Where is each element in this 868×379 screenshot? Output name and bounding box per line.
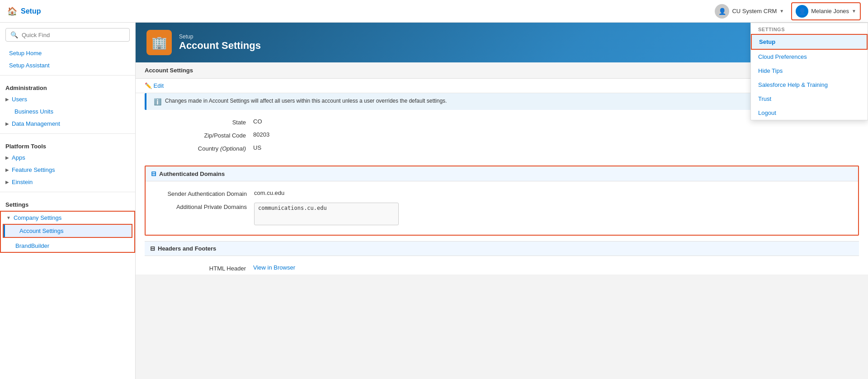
headers-footers-header: ⊟ Headers and Footers: [145, 241, 859, 256]
user-dropdown-menu: SETTINGS Setup Cloud Preferences Hide Ti…: [750, 23, 868, 120]
dropdown-item-logout[interactable]: Logout: [751, 106, 868, 120]
expand-domains-icon[interactable]: ⊟: [151, 170, 156, 177]
home-icon[interactable]: 🏠: [7, 6, 17, 16]
company-settings-wrapper: ▼ Company Settings Account Settings Bran…: [0, 211, 135, 253]
info-message: Changes made in Account Settings will af…: [165, 98, 447, 104]
zip-label: Zip/Postal Code: [145, 131, 253, 139]
edit-link-button[interactable]: ✏️ Edit: [145, 82, 164, 89]
sender-auth-domain-value: com.cu.edu: [254, 190, 284, 196]
state-label: State: [145, 118, 253, 126]
setup-icon-box: 🏢: [146, 30, 172, 55]
sidebar-search-container[interactable]: 🔍: [5, 28, 130, 42]
sidebar-divider-2: [0, 133, 135, 134]
sidebar-label-data-management: Data Management: [12, 120, 60, 127]
sidebar-label-apps: Apps: [12, 154, 25, 161]
user-avatar-icon: 👤: [796, 5, 808, 18]
sidebar-section-platform-tools: Platform Tools: [0, 137, 135, 152]
sidebar-item-setup-home[interactable]: Setup Home: [0, 47, 135, 59]
sender-auth-domain-row: Sender Authentication Domain com.cu.edu: [146, 187, 858, 200]
sidebar-item-setup-assistant[interactable]: Setup Assistant: [0, 59, 135, 71]
feature-settings-expand-icon: ▶: [5, 167, 9, 172]
authenticated-domains-body: Sender Authentication Domain com.cu.edu …: [146, 181, 858, 235]
sidebar-item-brand-builder[interactable]: BrandBuilder: [1, 240, 134, 252]
data-mgmt-expand-icon: ▶: [5, 121, 9, 126]
country-label: Country (Optional): [145, 144, 253, 152]
header-subtitle: Setup: [179, 33, 261, 40]
sidebar-item-company-settings[interactable]: ▼ Company Settings: [1, 212, 134, 224]
search-input[interactable]: [22, 32, 125, 38]
authenticated-domains-header: ⊟ Authenticated Domains: [146, 166, 858, 181]
app-title[interactable]: Setup: [21, 7, 41, 15]
sidebar-label-company-settings: Company Settings: [14, 214, 61, 221]
zip-value: 80203: [253, 131, 269, 138]
sidebar-divider-1: [0, 75, 135, 76]
form-row-country: Country (Optional) US: [145, 142, 859, 155]
additional-private-domains-textarea[interactable]: communications.cu.edu: [254, 203, 399, 225]
sidebar-item-users[interactable]: ▶ Users: [0, 93, 135, 105]
html-header-row: HTML Header View in Browser: [145, 261, 859, 275]
search-icon: 🔍: [10, 31, 18, 38]
html-header-section: HTML Header View in Browser: [145, 256, 859, 275]
sidebar-item-data-management[interactable]: ▶ Data Management: [0, 118, 135, 130]
html-header-label: HTML Header: [145, 264, 253, 272]
additional-private-domains-row: Additional Private Domains communication…: [146, 200, 858, 229]
apps-expand-icon: ▶: [5, 155, 9, 160]
crm-selector[interactable]: 👤 CU System CRM ▼: [715, 4, 784, 19]
additional-private-domains-label: Additional Private Domains: [146, 203, 254, 210]
sidebar-item-account-settings[interactable]: Account Settings: [4, 225, 132, 237]
einstein-expand-icon: ▶: [5, 180, 9, 185]
sidebar-label-einstein: Einstein: [12, 179, 33, 185]
sidebar-item-einstein[interactable]: ▶ Einstein: [0, 176, 135, 188]
header-text-block: Setup Account Settings: [179, 33, 261, 52]
top-navigation: 🏠 Setup 👤 CU System CRM ▼ 👤 Melanie Jone…: [0, 0, 868, 23]
sidebar-section-settings: Settings: [0, 196, 135, 210]
user-name-label: Melanie Jones: [811, 8, 849, 14]
country-value: US: [253, 144, 261, 151]
state-value: CO: [253, 118, 262, 125]
expand-headers-icon[interactable]: ⊟: [150, 245, 155, 252]
authenticated-domains-title: Authenticated Domains: [159, 171, 225, 177]
form-fields-grid: State CO Zip/Postal Code 80203 Country (…: [136, 115, 868, 160]
dropdown-item-hide-tips[interactable]: Hide Tips: [751, 64, 868, 78]
top-nav-right: 👤 CU System CRM ▼ 👤 Melanie Jones ▼ SETT…: [715, 2, 861, 20]
dropdown-item-salesforce-help[interactable]: Salesforce Help & Training: [751, 78, 868, 92]
company-settings-expand-icon: ▼: [6, 215, 11, 220]
form-row-zip: Zip/Postal Code 80203: [145, 128, 859, 142]
account-settings-wrapper: Account Settings: [3, 224, 132, 238]
authenticated-domains-section: ⊟ Authenticated Domains Sender Authentic…: [145, 166, 859, 236]
header-title: Account Settings: [179, 40, 261, 52]
setup-building-icon: 🏢: [151, 35, 167, 50]
sender-auth-domain-label: Sender Authentication Domain: [146, 190, 254, 197]
view-in-browser-link[interactable]: View in Browser: [253, 264, 295, 271]
user-chevron-icon: ▼: [852, 9, 856, 14]
sidebar-label-feature-settings: Feature Settings: [12, 166, 55, 173]
dropdown-settings-label: SETTINGS: [751, 23, 868, 34]
sidebar-item-feature-settings[interactable]: ▶ Feature Settings: [0, 164, 135, 176]
headers-footers-section: ⊟ Headers and Footers HTML Header View i…: [145, 241, 859, 275]
dropdown-item-trust[interactable]: Trust: [751, 92, 868, 106]
dropdown-item-cloud-preferences[interactable]: Cloud Preferences: [751, 50, 868, 64]
top-nav-left: 🏠 Setup: [7, 6, 41, 16]
sidebar: 🔍 Setup Home Setup Assistant Administrat…: [0, 23, 136, 379]
headers-footers-title: Headers and Footers: [158, 245, 216, 252]
user-selector[interactable]: 👤 Melanie Jones ▼: [791, 2, 861, 20]
crm-avatar: 👤: [715, 4, 729, 19]
info-icon: ℹ️: [154, 98, 161, 105]
main-layout: 🔍 Setup Home Setup Assistant Administrat…: [0, 23, 868, 379]
dropdown-item-setup[interactable]: Setup: [751, 34, 868, 50]
crm-chevron-icon: ▼: [779, 9, 784, 14]
sidebar-divider-3: [0, 192, 135, 192]
additional-private-domains-container: communications.cu.edu: [254, 203, 399, 227]
crm-label: CU System CRM: [732, 8, 777, 14]
sidebar-item-apps[interactable]: ▶ Apps: [0, 152, 135, 164]
sidebar-label-users: Users: [12, 96, 27, 103]
sidebar-section-administration: Administration: [0, 79, 135, 93]
users-expand-icon: ▶: [5, 97, 9, 102]
sidebar-item-business-units[interactable]: Business Units: [0, 105, 135, 118]
